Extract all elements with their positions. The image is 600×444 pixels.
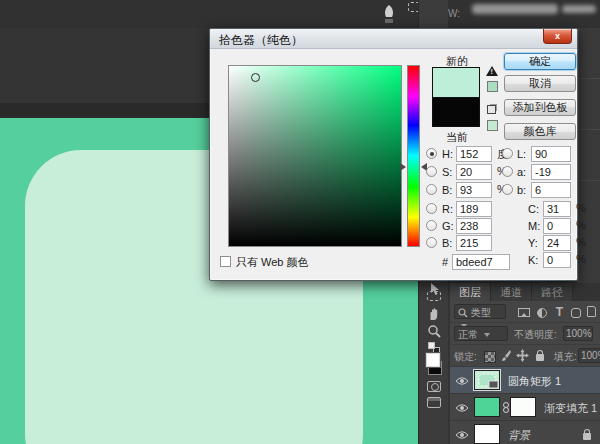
red-radio[interactable] xyxy=(426,203,437,214)
layer-mask-thumbnail[interactable] xyxy=(510,397,536,417)
c-label: C: xyxy=(528,203,539,215)
layer-row-gradient-fill[interactable]: 渐变填充 1 xyxy=(450,394,600,421)
hue-slider-handle-left[interactable] xyxy=(400,163,406,171)
a-input[interactable] xyxy=(531,164,571,180)
g-label: G: xyxy=(442,220,454,232)
r-input[interactable] xyxy=(456,201,492,217)
foreground-color-swatch[interactable] xyxy=(426,353,440,367)
layer-name[interactable]: 圆角矩形 1 xyxy=(508,374,561,389)
m-input[interactable] xyxy=(543,218,571,234)
k-input[interactable] xyxy=(543,252,571,268)
lab-b-radio[interactable] xyxy=(502,184,513,195)
quick-mask-icon[interactable] xyxy=(426,378,442,394)
width-field-label: W: xyxy=(448,8,460,19)
lock-transparency-icon[interactable] xyxy=(482,349,497,364)
eye-icon[interactable] xyxy=(455,403,469,413)
brightness-radio[interactable] xyxy=(426,184,437,195)
hand-tool-icon[interactable] xyxy=(426,306,442,322)
hex-prefix: # xyxy=(442,256,448,268)
hue-slider[interactable] xyxy=(407,65,420,247)
hue-radio[interactable] xyxy=(426,148,437,159)
rgb-b-input[interactable] xyxy=(456,235,492,251)
panel-tab-bar: 图层 通道 路径 xyxy=(450,283,600,301)
layer-row-rounded-rectangle[interactable]: 圆角矩形 1 xyxy=(450,367,600,394)
layer-row-background[interactable]: 背景 xyxy=(450,421,600,444)
search-icon xyxy=(458,308,468,318)
lock-row: 锁定: 填充: 100% xyxy=(450,345,600,367)
a-label: a: xyxy=(517,166,526,178)
options-bar: W: xyxy=(0,0,600,28)
cancel-button[interactable]: 取消 xyxy=(504,75,576,92)
saturation-radio[interactable] xyxy=(426,166,437,177)
h-input[interactable] xyxy=(456,146,492,162)
lock-paint-icon[interactable] xyxy=(498,348,513,363)
rgb-b-label: B: xyxy=(442,237,452,249)
color-picker-dialog: 拾色器（纯色） x 新的 当前 确定 取消 添加到色板 颜色库 H: 度 S: … xyxy=(209,28,578,281)
fill-value[interactable]: 100% xyxy=(578,348,600,363)
web-safe-cube-icon[interactable] xyxy=(487,105,496,114)
ok-button[interactable]: 确定 xyxy=(504,53,576,70)
tab-layers[interactable]: 图层 xyxy=(450,283,491,301)
y-unit: % xyxy=(576,236,586,248)
h-label: H: xyxy=(442,148,453,160)
screen-mode-icon[interactable] xyxy=(426,394,442,410)
s-input[interactable] xyxy=(456,164,492,180)
web-only-checkbox[interactable] xyxy=(220,256,231,267)
web-safe-color-chip[interactable] xyxy=(487,120,498,131)
y-label: Y: xyxy=(528,237,538,249)
gradient-fill-thumbnail[interactable] xyxy=(474,397,500,417)
c-input[interactable] xyxy=(543,201,571,217)
filter-kind-label: 类型 xyxy=(471,307,491,318)
layer-thumbnail[interactable] xyxy=(474,370,500,390)
eye-icon[interactable] xyxy=(455,430,469,440)
filter-pixel-layers-icon[interactable] xyxy=(516,305,531,320)
lock-position-icon[interactable] xyxy=(515,348,530,363)
tab-paths[interactable]: 路径 xyxy=(532,283,573,301)
close-icon[interactable]: x xyxy=(543,29,572,44)
opacity-value[interactable]: 100% xyxy=(563,326,593,341)
l-input[interactable] xyxy=(531,146,571,162)
color-field-marker[interactable] xyxy=(251,73,260,82)
eye-icon[interactable] xyxy=(455,376,469,386)
hex-input[interactable] xyxy=(452,254,510,270)
watermark xyxy=(562,5,596,13)
b-label: B: xyxy=(442,184,452,196)
blend-mode-row: 正常 不透明度: 100% xyxy=(450,323,600,345)
gamut-warning-icon[interactable] xyxy=(486,66,498,76)
lab-b-label: b: xyxy=(517,184,526,196)
g-input[interactable] xyxy=(456,218,492,234)
filter-kind-dropdown[interactable]: 类型 xyxy=(454,304,506,319)
b-input[interactable] xyxy=(456,182,492,198)
color-field[interactable] xyxy=(228,65,402,247)
blend-mode-value: 正常 xyxy=(458,329,478,340)
dialog-title[interactable]: 拾色器（纯色） xyxy=(210,29,577,49)
lab-a-radio[interactable] xyxy=(502,166,513,177)
layers-panel: 图层 通道 路径 类型 T 正常 不透明度: 100% 锁定: xyxy=(450,283,600,444)
gamut-closest-color-chip[interactable] xyxy=(487,81,498,92)
lab-b-input[interactable] xyxy=(531,182,571,198)
lock-all-icon[interactable] xyxy=(532,350,547,365)
link-icon[interactable] xyxy=(503,402,508,413)
fill-label: 填充: xyxy=(554,350,577,364)
foreground-background-swatches[interactable] xyxy=(426,352,442,376)
layer-name[interactable]: 背景 xyxy=(508,428,530,443)
blend-mode-dropdown[interactable]: 正常 xyxy=(454,326,508,341)
color-libraries-button[interactable]: 颜色库 xyxy=(504,123,576,140)
filter-adjustment-layers-icon[interactable] xyxy=(534,305,549,320)
y-input[interactable] xyxy=(543,235,571,251)
marquee-tool-icon[interactable] xyxy=(426,288,442,304)
add-to-swatches-button[interactable]: 添加到色板 xyxy=(504,99,576,116)
blue-radio[interactable] xyxy=(426,237,437,248)
layer-name[interactable]: 渐变填充 1 xyxy=(544,401,597,416)
layer-thumbnail[interactable] xyxy=(474,424,500,444)
zoom-tool-icon[interactable] xyxy=(426,323,442,339)
filter-shape-layers-icon[interactable] xyxy=(568,305,583,320)
lab-l-radio[interactable] xyxy=(502,148,513,159)
current-color-label: 当前 xyxy=(446,130,468,145)
filter-smart-objects-icon[interactable] xyxy=(584,304,599,319)
new-color-swatch xyxy=(432,67,480,97)
tab-channels[interactable]: 通道 xyxy=(491,283,532,301)
pen-tool-icon[interactable] xyxy=(380,3,398,25)
filter-type-layers-icon[interactable]: T xyxy=(552,304,567,319)
green-radio[interactable] xyxy=(426,220,437,231)
